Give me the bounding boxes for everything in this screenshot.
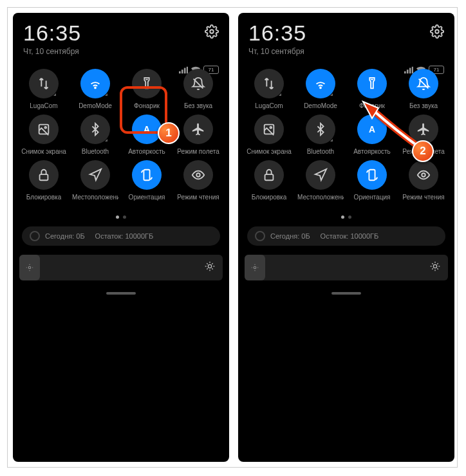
qs-tile-orientation[interactable]: Ориентация <box>122 160 171 201</box>
qs-tile-bell-off[interactable]: Без звука <box>399 69 448 109</box>
qs-label: Ориентация <box>129 194 165 201</box>
date-label: Чт, 10 сентября <box>238 47 454 56</box>
orientation-icon <box>132 160 162 190</box>
screenshot-icon <box>254 114 284 144</box>
svg-line-20 <box>207 263 207 264</box>
qs-label: Без звука <box>184 102 212 109</box>
qs-label: Фонарик <box>359 102 385 109</box>
svg-line-45 <box>437 268 438 269</box>
qs-label: Местоположение <box>72 194 118 201</box>
auto-a-icon: A <box>357 114 387 144</box>
qs-tile-screenshot[interactable]: Снимок экрана <box>19 114 68 155</box>
svg-rect-7 <box>40 174 48 180</box>
qs-tile-eye[interactable]: Режим чтения <box>174 160 223 201</box>
qs-tile-lock[interactable]: Блокировка <box>245 160 294 201</box>
svg-line-23 <box>207 268 207 269</box>
phone-screenshot-before: 16:35 Чт, 10 сентября 71 LugaComDemoMode… <box>13 13 229 462</box>
qs-tile-location[interactable]: Местоположение <box>296 160 345 201</box>
qs-label: Автояркость <box>353 148 391 155</box>
qs-label: Блокировка <box>252 194 287 201</box>
qs-tile-eye[interactable]: Режим чтения <box>399 160 448 201</box>
brightness-max-icon <box>205 261 215 274</box>
qs-tile-orientation[interactable]: Ориентация <box>348 160 396 201</box>
annotation-marker-2: 2 <box>412 140 434 162</box>
data-usage-row[interactable]: Сегодня: 0Б Остаток: 10000ГБ <box>22 226 220 246</box>
svg-point-33 <box>422 173 425 177</box>
bell-off-icon <box>409 69 438 98</box>
svg-rect-8 <box>144 170 149 181</box>
svg-point-15 <box>208 264 211 268</box>
qs-tile-auto-a[interactable]: AАвтояркость <box>348 114 396 155</box>
qs-label: Режим полета <box>177 148 219 155</box>
svg-text:A: A <box>369 125 375 134</box>
airplane-icon <box>183 114 213 144</box>
lock-icon <box>254 160 284 190</box>
qs-tile-lock[interactable]: Блокировка <box>19 160 68 201</box>
annotation-marker-1: 1 <box>158 122 180 144</box>
qs-tile-flashlight[interactable]: Фонарик <box>122 69 171 109</box>
qs-label: Без звука <box>409 102 438 109</box>
qs-tile-data-swap[interactable]: LugaCom <box>245 69 294 109</box>
data-today: Сегодня: 0Б <box>270 232 310 240</box>
quick-settings-grid: LugaComDemoModeФонарикБез звукаСнимок эк… <box>245 69 448 201</box>
svg-rect-31 <box>265 174 274 180</box>
nav-handle[interactable] <box>331 292 361 295</box>
svg-rect-32 <box>369 170 375 181</box>
settings-gear-icon[interactable] <box>430 24 444 42</box>
brightness-min-icon <box>19 255 40 280</box>
svg-point-34 <box>254 266 256 269</box>
wifi-icon <box>80 69 110 98</box>
qs-tile-bluetooth[interactable]: Bluetooth <box>71 114 120 155</box>
svg-point-24 <box>435 30 439 33</box>
flashlight-icon <box>132 69 162 98</box>
qs-tile-bell-off[interactable]: Без звука <box>174 69 223 109</box>
qs-tile-wifi[interactable]: DemoMode <box>296 69 345 109</box>
qs-tile-data-swap[interactable]: LugaCom <box>19 69 68 109</box>
brightness-max-icon <box>430 261 440 274</box>
nav-handle[interactable] <box>106 292 136 295</box>
svg-line-47 <box>432 268 433 269</box>
orientation-icon <box>357 160 387 190</box>
page-indicator <box>238 210 454 221</box>
flashlight-icon <box>357 69 387 98</box>
svg-point-39 <box>433 264 436 268</box>
qs-tile-flashlight[interactable]: Фонарик <box>348 69 396 109</box>
qs-label: Снимок экрана <box>247 148 292 155</box>
qs-tile-wifi[interactable]: DemoMode <box>71 69 120 109</box>
qs-label: Режим чтения <box>402 194 444 201</box>
auto-a-icon: A <box>132 114 162 144</box>
data-today: Сегодня: 0Б <box>45 232 85 240</box>
bluetooth-icon <box>80 114 110 144</box>
qs-tile-bluetooth[interactable]: Bluetooth <box>296 114 345 155</box>
page-indicator <box>13 210 229 221</box>
svg-point-9 <box>196 173 200 177</box>
brightness-slider[interactable] <box>19 255 223 280</box>
data-usage-icon <box>255 231 265 241</box>
data-usage-row[interactable]: Сегодня: 0Б Остаток: 10000ГБ <box>247 226 445 246</box>
qs-label: Фонарик <box>134 102 160 109</box>
eye-icon <box>409 160 438 190</box>
location-icon <box>80 160 110 190</box>
location-icon <box>306 160 335 190</box>
clock: 16:35 <box>248 21 306 46</box>
quick-settings-grid: LugaComDemoModeФонарикБез звукаСнимок эк… <box>19 69 223 201</box>
svg-point-0 <box>210 30 214 33</box>
qs-label: LugaCom <box>30 102 57 109</box>
qs-label: Местоположение <box>297 194 344 201</box>
svg-text:A: A <box>144 125 150 134</box>
svg-point-5 <box>44 127 46 129</box>
qs-label: Bluetooth <box>82 148 109 155</box>
qs-label: DemoMode <box>304 102 337 109</box>
svg-point-1 <box>95 87 96 89</box>
qs-tile-airplane[interactable]: Режим полета <box>174 114 223 155</box>
qs-tile-location[interactable]: Местоположение <box>71 160 120 201</box>
qs-tile-screenshot[interactable]: Снимок экрана <box>245 114 294 155</box>
settings-gear-icon[interactable] <box>205 24 219 42</box>
data-usage-icon <box>30 231 40 241</box>
qs-label: Режим чтения <box>177 194 219 201</box>
date-label: Чт, 10 сентября <box>13 47 229 56</box>
brightness-slider[interactable] <box>245 255 448 280</box>
data-remaining: Остаток: 10000ГБ <box>321 232 379 240</box>
qs-label: LugaCom <box>255 102 283 109</box>
phone-screenshot-after: 16:35 Чт, 10 сентября 71 LugaComDemoMode… <box>238 13 454 462</box>
